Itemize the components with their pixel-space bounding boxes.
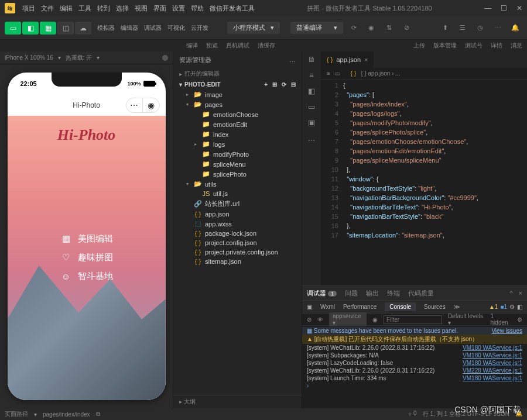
route-label[interactable]: 页面路径 bbox=[5, 410, 28, 418]
dock-icon[interactable]: ◧ bbox=[517, 304, 522, 310]
menu-项目[interactable]: 项目 bbox=[22, 4, 35, 13]
menu-微信开发者工具[interactable]: 微信开发者工具 bbox=[210, 4, 255, 13]
close-panel-icon[interactable]: × bbox=[519, 290, 522, 297]
menu-转到[interactable]: 转到 bbox=[97, 4, 110, 13]
menu-工具[interactable]: 工具 bbox=[78, 4, 91, 13]
devtab-sources[interactable]: Sources bbox=[424, 304, 446, 310]
bell-icon[interactable]: 🔔 bbox=[515, 410, 522, 418]
log-line[interactable]: ▲ [自动热重载] 已开启代码文件保存后自动热重载（不支持 json） bbox=[302, 335, 527, 344]
file-app.wxss[interactable]: ⬚app.wxss bbox=[173, 219, 302, 229]
new-folder-icon[interactable]: ⊞ bbox=[272, 81, 277, 88]
more-icon[interactable]: … bbox=[308, 134, 316, 143]
inspect-icon[interactable]: ▣ bbox=[307, 304, 312, 310]
eye-icon[interactable]: 👁 bbox=[317, 316, 323, 323]
compile-icon[interactable]: ⟳ bbox=[347, 22, 361, 35]
clear-console-icon[interactable]: ⊘ bbox=[307, 316, 312, 323]
explorer-more-icon[interactable]: … bbox=[289, 56, 296, 63]
hidden-count[interactable]: 1 hidden bbox=[491, 313, 511, 326]
debugger-toggle[interactable]: ▦ bbox=[40, 22, 56, 35]
copy-icon[interactable]: ⧉ bbox=[96, 411, 100, 418]
bookmark-icon[interactable]: ▭ bbox=[335, 70, 340, 77]
maximize-icon[interactable]: ☐ bbox=[501, 4, 507, 12]
visual-toggle[interactable]: ◫ bbox=[57, 22, 74, 35]
close-icon[interactable]: ✕ bbox=[516, 4, 522, 12]
info-count[interactable]: ■1 bbox=[500, 304, 507, 310]
testid-icon[interactable]: ◷ bbox=[473, 22, 487, 35]
log-line[interactable]: [system] Subpackages: N/AVM180 WAService… bbox=[302, 352, 527, 359]
menu-编辑[interactable]: 编辑 bbox=[60, 4, 73, 13]
tab-debugger[interactable]: 调试器 1 bbox=[307, 289, 337, 298]
message-icon[interactable]: 🔔 bbox=[508, 22, 522, 35]
close-tab-icon[interactable]: × bbox=[364, 56, 368, 63]
simulator-toggle[interactable]: ▭ bbox=[5, 22, 21, 35]
wifi-icon[interactable]: ⏚ 0 bbox=[408, 410, 416, 418]
tab-problems[interactable]: 问题 bbox=[345, 289, 358, 298]
devtab-wxml[interactable]: Wxml bbox=[320, 304, 335, 310]
device-label[interactable]: iPhone X 100% 16 bbox=[5, 54, 53, 61]
version-icon[interactable]: ☰ bbox=[456, 22, 470, 35]
open-editors-section[interactable]: ▸ 打开的编辑器 bbox=[173, 68, 302, 80]
file-package-lock.json[interactable]: { }package-lock.json bbox=[173, 229, 302, 238]
file-站长图库.url[interactable]: 🔗站长图库.url bbox=[173, 198, 302, 209]
file-emotionChoose[interactable]: 📁emotionChoose bbox=[173, 109, 302, 119]
menu-item-image[interactable]: ▦美图编辑 bbox=[60, 233, 113, 245]
file-splicePhoto[interactable]: 📁splicePhoto bbox=[173, 169, 302, 179]
issues-banner[interactable]: ▦ Some messages have been moved to the I… bbox=[302, 327, 527, 335]
capsule-button[interactable]: ⋯ ◉ bbox=[126, 98, 160, 113]
log-line[interactable]: [system] LazyCodeLoading: falseVM180 WAS… bbox=[302, 359, 527, 367]
plus-icon[interactable]: ▣ bbox=[308, 118, 315, 127]
file-project.config.json[interactable]: { }project.config.json bbox=[173, 238, 302, 247]
tab-codequality[interactable]: 代码质量 bbox=[408, 289, 434, 298]
file-app.json[interactable]: { }app.json bbox=[173, 209, 302, 219]
file-modifyPhoto[interactable]: 📁modifyPhoto bbox=[173, 149, 302, 159]
page-path[interactable]: pages/index/index bbox=[43, 411, 90, 418]
levels-select[interactable]: Default levels ▾ bbox=[448, 313, 485, 326]
context-select[interactable]: appservice ▾ bbox=[329, 312, 367, 326]
file-emotionEdit[interactable]: 📁emotionEdit bbox=[173, 119, 302, 129]
devtab-console[interactable]: Console bbox=[385, 302, 416, 311]
preview-icon[interactable]: ◉ bbox=[364, 22, 378, 35]
details-icon[interactable]: ⋯ bbox=[491, 22, 505, 35]
files-icon[interactable]: 🗎 bbox=[308, 55, 316, 64]
target-icon[interactable]: ◉ bbox=[143, 98, 159, 112]
menu-item-heart[interactable]: ♡趣味拼图 bbox=[60, 252, 113, 263]
menu-界面[interactable]: 界面 bbox=[153, 4, 166, 13]
tab-output[interactable]: 输出 bbox=[366, 289, 379, 298]
file-project.private.config.json[interactable]: { }project.private.config.json bbox=[173, 247, 302, 257]
devtab-performance[interactable]: Performance bbox=[343, 304, 377, 310]
breadcrumb[interactable]: ≡ ▭ { } { } app.json › ... bbox=[321, 68, 527, 80]
collapse-icon[interactable]: ⊟ bbox=[291, 81, 296, 88]
minimize-icon[interactable]: — bbox=[484, 4, 491, 12]
new-file-icon[interactable]: + bbox=[264, 81, 268, 88]
file-image[interactable]: ▸📂image bbox=[173, 89, 302, 99]
upload-icon[interactable]: ⬆ bbox=[438, 22, 452, 35]
warning-count[interactable]: ▲1 bbox=[489, 304, 498, 310]
devtab-more[interactable]: ≫ bbox=[454, 304, 460, 310]
project-root[interactable]: ▾ PHOTO-EDIT + ⊞ ⟳ ⊟ bbox=[173, 80, 302, 89]
log-line[interactable]: [system] WeChatLib: 2.26.0 (2022.8.31 17… bbox=[302, 344, 527, 352]
list-icon[interactable]: ≡ bbox=[309, 71, 314, 80]
file-utils[interactable]: ▾📂utils bbox=[173, 179, 302, 189]
remote-debug-icon[interactable]: ⇅ bbox=[382, 22, 396, 35]
expand-icon[interactable]: ^ bbox=[509, 290, 512, 297]
mode-select[interactable]: 小程序模式▾ bbox=[227, 22, 280, 34]
clear-cache-icon[interactable]: ⊘ bbox=[399, 22, 413, 35]
menu-设置[interactable]: 设置 bbox=[172, 4, 185, 13]
list-icon[interactable]: ≡ bbox=[327, 70, 330, 77]
log-line[interactable]: [system] WeChatLib: 2.26.0 (2022.8.31 17… bbox=[302, 367, 527, 374]
menu-文件[interactable]: 文件 bbox=[41, 4, 54, 13]
log-line[interactable]: [system] Launch Time: 334 msVM180 WAServ… bbox=[302, 374, 527, 382]
console-log-area[interactable]: ▦ Some messages have been moved to the I… bbox=[302, 326, 527, 408]
outline-section[interactable]: ▸ 大纲 bbox=[173, 395, 302, 408]
menu-帮助[interactable]: 帮助 bbox=[191, 4, 204, 13]
editor-toggle[interactable]: ◧ bbox=[22, 22, 39, 35]
log-source-link[interactable]: VM180 WAService.js:1 bbox=[463, 345, 522, 351]
file-sitemap.json[interactable]: { }sitemap.json bbox=[173, 257, 302, 266]
menu-选择[interactable]: 选择 bbox=[116, 4, 129, 13]
book-icon[interactable]: ▭ bbox=[308, 102, 315, 111]
file-index[interactable]: 📁index bbox=[173, 129, 302, 139]
cloud-toggle[interactable]: ☁ bbox=[75, 22, 91, 35]
file-util.js[interactable]: JSutil.js bbox=[173, 189, 302, 198]
settings-gear-icon[interactable]: ⚙ bbox=[517, 316, 522, 323]
log-source-link[interactable]: VM180 WAService.js:1 bbox=[463, 375, 522, 381]
